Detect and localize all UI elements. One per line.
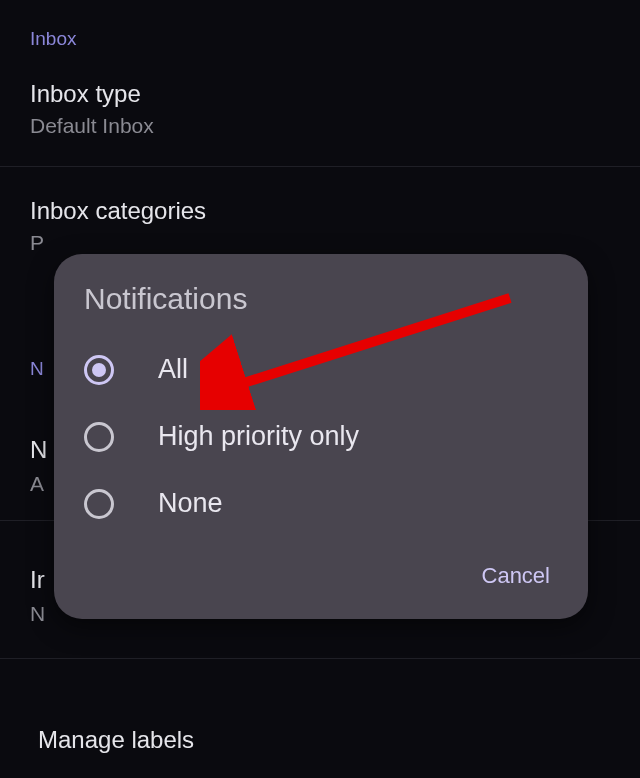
- setting-title: Manage labels: [38, 726, 194, 754]
- bg-text: N: [30, 602, 45, 626]
- divider: [0, 658, 640, 659]
- radio-button-icon: [84, 355, 114, 385]
- section-header-inbox: Inbox: [0, 0, 640, 64]
- radio-option-high-priority[interactable]: High priority only: [54, 403, 588, 470]
- radio-label: All: [158, 354, 188, 385]
- radio-button-icon: [84, 489, 114, 519]
- dialog-actions: Cancel: [54, 537, 588, 605]
- setting-value: Default Inbox: [30, 114, 610, 138]
- radio-option-all[interactable]: All: [54, 336, 588, 403]
- cancel-button[interactable]: Cancel: [482, 563, 550, 589]
- setting-title: Inbox categories: [30, 197, 610, 225]
- notifications-dialog: Notifications All High priority only Non…: [54, 254, 588, 619]
- setting-title: Inbox type: [30, 80, 610, 108]
- radio-label: None: [158, 488, 223, 519]
- bg-section-header: N: [30, 358, 44, 380]
- dialog-title: Notifications: [54, 282, 588, 336]
- setting-inbox-type[interactable]: Inbox type Default Inbox: [0, 64, 640, 154]
- radio-option-none[interactable]: None: [54, 470, 588, 537]
- bg-text: A: [30, 472, 44, 496]
- bg-text: Ir: [30, 566, 45, 594]
- setting-value: P: [30, 231, 610, 255]
- radio-label: High priority only: [158, 421, 359, 452]
- bg-text: N: [30, 436, 47, 464]
- radio-button-icon: [84, 422, 114, 452]
- setting-manage-labels[interactable]: Manage labels: [8, 710, 224, 776]
